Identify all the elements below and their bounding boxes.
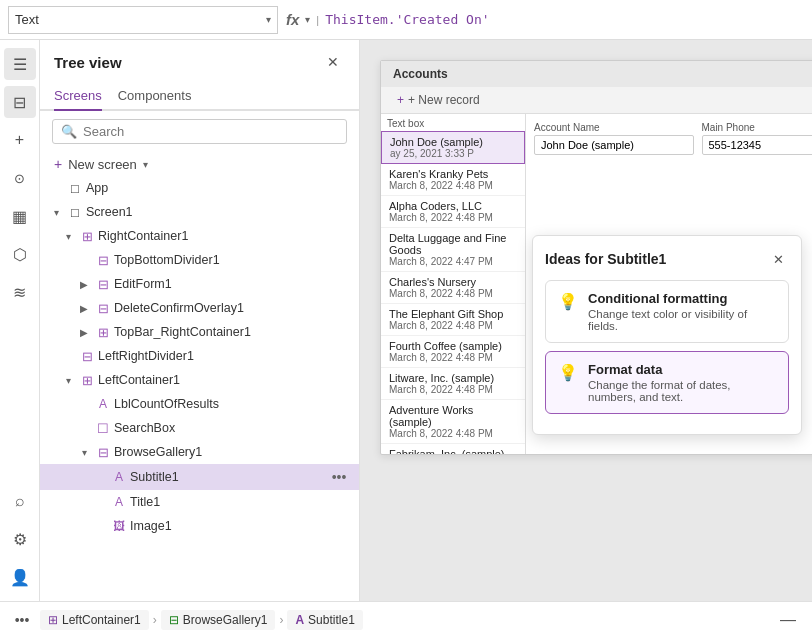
tree-tabs: Screens Components <box>40 82 359 111</box>
item-date: March 8, 2022 4:48 PM <box>389 180 517 191</box>
ideas-close-button[interactable]: ✕ <box>767 248 789 270</box>
item-name: Fourth Coffee (sample) <box>389 340 517 352</box>
list-item[interactable]: Alpha Coders, LLC March 8, 2022 4:48 PM <box>381 196 525 228</box>
tree-item-topbar-rightcontainer1[interactable]: ▶ ⊞ TopBar_RightContainer1 <box>40 320 359 344</box>
tree-item-leftrightdivider1[interactable]: ⊟ LeftRightDivider1 <box>40 344 359 368</box>
breadcrumb-browsegallery[interactable]: ⊟ BrowseGallery1 <box>161 610 276 630</box>
breadcrumb-subtitle1[interactable]: A Subtitle1 <box>287 610 362 630</box>
tree-item-image1[interactable]: 🖼 Image1 <box>40 514 359 538</box>
expander-icon: ▶ <box>76 276 92 292</box>
divider-icon: ⊟ <box>78 347 96 365</box>
breadcrumb-leftcontainer[interactable]: ⊞ LeftContainer1 <box>40 610 149 630</box>
breadcrumb-label: LeftContainer1 <box>62 613 141 627</box>
insert-button[interactable]: + <box>4 124 36 156</box>
expander-icon: ▶ <box>76 300 92 316</box>
list-item[interactable]: Charles's Nursery March 8, 2022 4:48 PM <box>381 272 525 304</box>
item-date: March 8, 2022 4:48 PM <box>389 212 517 223</box>
item-name: Adventure Works (sample) <box>389 404 517 428</box>
tree-item-topbottomdivider1[interactable]: ⊟ TopBottomDivider1 <box>40 248 359 272</box>
expander-icon <box>92 494 108 510</box>
list-item[interactable]: Adventure Works (sample) March 8, 2022 4… <box>381 400 525 444</box>
media-button[interactable]: ▦ <box>4 200 36 232</box>
tree-panel: Tree view ✕ Screens Components 🔍 + New s… <box>40 40 360 601</box>
app-toolbar: + + New record <box>381 87 812 114</box>
more-options-button[interactable]: ••• <box>327 467 351 487</box>
gallery-icon: ⊟ <box>94 443 112 461</box>
account-name-value: John Doe (sample) <box>534 135 694 155</box>
status-end-button[interactable]: — <box>772 611 804 629</box>
ideas-card-format[interactable]: 💡 Format data Change the format of dates… <box>545 351 789 414</box>
top-bar: Text ▾ fx ▾ | ThisItem.'Created On' <box>0 0 812 40</box>
text-icon: A <box>295 613 304 627</box>
tree-item-title1[interactable]: A Title1 <box>40 490 359 514</box>
search-button[interactable]: ⌕ <box>4 485 36 517</box>
breadcrumb-sep: › <box>279 613 283 627</box>
hamburger-button[interactable]: ☰ <box>4 48 36 80</box>
selected-item-date: ay 25, 2021 3:33 P <box>390 148 516 159</box>
data-button[interactable]: ⊙ <box>4 162 36 194</box>
ideas-card-conditional[interactable]: 💡 Conditional formatting Change text col… <box>545 280 789 343</box>
tab-components[interactable]: Components <box>118 82 192 111</box>
breadcrumb-label: BrowseGallery1 <box>183 613 268 627</box>
list-item[interactable]: Fourth Coffee (sample) March 8, 2022 4:4… <box>381 336 525 368</box>
app-list: Text box John Doe (sample) ay 25, 2021 3… <box>381 114 526 454</box>
tree-item-leftcontainer1[interactable]: ▾ ⊞ LeftContainer1 <box>40 368 359 392</box>
components-button[interactable]: ⬡ <box>4 238 36 270</box>
main-layout: ☰ ⊟ + ⊙ ▦ ⬡ ≋ ⌕ ⚙ 👤 Tree view ✕ Screens … <box>0 40 812 601</box>
ideas-card-title: Conditional formatting <box>588 291 776 306</box>
ideas-header: Ideas for Subtitle1 ✕ <box>545 248 789 270</box>
search-input[interactable] <box>83 124 338 139</box>
ideas-title: Ideas for Subtitle1 <box>545 251 666 267</box>
tree-item-lblcountofresults[interactable]: A LblCountOfResults <box>40 392 359 416</box>
form-icon: ⊟ <box>94 275 112 293</box>
tree-item-screen1[interactable]: ▾ □ Screen1 <box>40 200 359 224</box>
item-date: March 8, 2022 4:47 PM <box>389 256 517 267</box>
list-item[interactable]: The Elephant Gift Shop March 8, 2022 4:4… <box>381 304 525 336</box>
expander-icon <box>92 518 108 534</box>
settings-button[interactable]: ⚙ <box>4 523 36 555</box>
item-label: BrowseGallery1 <box>114 445 351 459</box>
account-name-field: Account Name John Doe (sample) <box>534 122 694 155</box>
main-phone-field: Main Phone 555-12345 <box>702 122 813 155</box>
ideas-panel: Ideas for Subtitle1 ✕ 💡 Conditional form… <box>532 235 802 435</box>
tree-view-button[interactable]: ⊟ <box>4 86 36 118</box>
breadcrumb-sep: › <box>153 613 157 627</box>
app-header-title: Accounts <box>381 61 812 87</box>
account-button[interactable]: 👤 <box>4 561 36 593</box>
ideas-card-desc: Change text color or visibility of field… <box>588 308 776 332</box>
tab-screens[interactable]: Screens <box>54 82 102 111</box>
list-item-selected[interactable]: John Doe (sample) ay 25, 2021 3:33 P <box>381 131 525 164</box>
list-item[interactable]: Delta Luggage and Fine Goods March 8, 20… <box>381 228 525 272</box>
list-item[interactable]: Fabrikam, Inc. (sample) March 8, 2022 4:… <box>381 444 525 454</box>
formula-bar: fx ▾ | ThisItem.'Created On' <box>286 11 490 28</box>
breadcrumb: ⊞ LeftContainer1 › ⊟ BrowseGallery1 › A … <box>40 610 363 630</box>
variables-button[interactable]: ≋ <box>4 276 36 308</box>
tree-item-searchbox[interactable]: ☐ SearchBox <box>40 416 359 440</box>
container-icon: ⊞ <box>48 613 58 627</box>
tree-close-button[interactable]: ✕ <box>321 50 345 74</box>
plus-icon: + <box>397 93 404 107</box>
new-screen-button[interactable]: + New screen ▾ <box>40 152 359 176</box>
item-label: Subtitle1 <box>130 470 325 484</box>
item-label: LblCountOfResults <box>114 397 351 411</box>
new-record-button[interactable]: + + New record <box>393 91 484 109</box>
tree-item-rightcontainer1[interactable]: ▾ ⊞ RightContainer1 <box>40 224 359 248</box>
main-phone-value: 555-12345 <box>702 135 813 155</box>
tree-item-editform1[interactable]: ▶ ⊟ EditForm1 <box>40 272 359 296</box>
list-item[interactable]: Litware, Inc. (sample) March 8, 2022 4:4… <box>381 368 525 400</box>
tree-item-deleteconfirmoverlay1[interactable]: ▶ ⊟ DeleteConfirmOverlay1 <box>40 296 359 320</box>
list-item[interactable]: Karen's Kranky Pets March 8, 2022 4:48 P… <box>381 164 525 196</box>
breadcrumb-label: Subtitle1 <box>308 613 355 627</box>
tree-item-browsegallery1[interactable]: ▾ ⊟ BrowseGallery1 <box>40 440 359 464</box>
tree-header: Tree view ✕ <box>40 40 359 82</box>
item-date: March 8, 2022 4:48 PM <box>389 384 517 395</box>
selected-item-name: John Doe (sample) <box>390 136 516 148</box>
chevron-down-icon-fx: ▾ <box>305 14 310 25</box>
tree-item-subtitle1[interactable]: A Subtitle1 ••• <box>40 464 359 490</box>
item-label: RightContainer1 <box>98 229 351 243</box>
status-dots-button[interactable]: ••• <box>8 606 36 634</box>
element-type-select[interactable]: Text ▾ <box>8 6 278 34</box>
expander-icon <box>60 348 76 364</box>
ideas-card-desc: Change the format of dates, numbers, and… <box>588 379 776 403</box>
tree-item-app[interactable]: □ App <box>40 176 359 200</box>
